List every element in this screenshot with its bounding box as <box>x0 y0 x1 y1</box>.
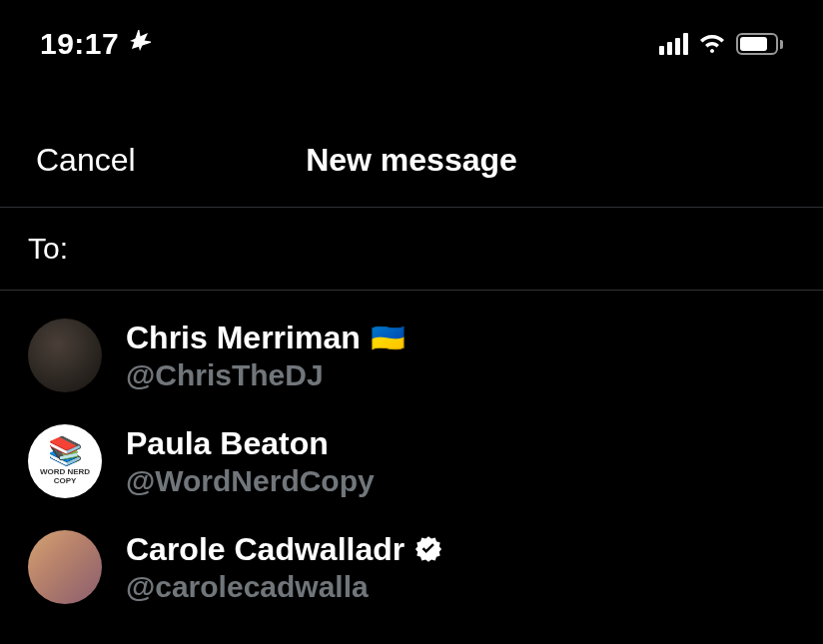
status-time: 19:17 <box>40 27 119 61</box>
avatar: 📚 WORD NERD COPY <box>28 424 102 498</box>
user-name-text: Chris Merriman <box>126 320 361 356</box>
user-suggestion[interactable]: Carole Cadwalladr @carolecadwalla <box>0 514 823 620</box>
user-handle: @ChrisTheDJ <box>126 358 406 392</box>
avatar <box>28 319 102 392</box>
to-label: To: <box>28 232 68 266</box>
cellular-signal-icon <box>659 33 688 55</box>
user-handle: @carolecadwalla <box>126 570 442 604</box>
recipient-input[interactable] <box>80 233 795 265</box>
status-right <box>659 33 783 55</box>
user-info: Paula Beaton @WordNerdCopy <box>126 425 375 498</box>
user-name-text: Carole Cadwalladr <box>126 531 405 568</box>
user-display-name: Paula Beaton <box>126 425 375 462</box>
new-message-modal: Cancel New message To: Chris Merriman 🇺🇦… <box>0 110 823 632</box>
user-suggestion[interactable]: Chris Merriman 🇺🇦 @ChrisTheDJ <box>0 303 823 408</box>
location-icon <box>127 30 151 58</box>
wifi-icon <box>698 33 726 55</box>
avatar-text: WORD NERD COPY <box>28 467 102 485</box>
user-info: Carole Cadwalladr @carolecadwalla <box>126 531 442 604</box>
modal-header: Cancel New message <box>0 110 823 208</box>
suggestion-list: Chris Merriman 🇺🇦 @ChrisTheDJ 📚 WORD NER… <box>0 291 823 632</box>
verified-badge-icon <box>414 535 442 563</box>
cancel-button[interactable]: Cancel <box>36 142 136 179</box>
user-handle: @WordNerdCopy <box>126 464 375 498</box>
status-bar: 19:17 <box>0 0 823 80</box>
avatar <box>28 530 102 604</box>
user-name-text: Paula Beaton <box>126 425 329 462</box>
recipient-row[interactable]: To: <box>0 208 823 291</box>
battery-icon <box>736 33 783 55</box>
user-display-name: Chris Merriman 🇺🇦 <box>126 320 406 356</box>
user-display-name: Carole Cadwalladr <box>126 531 442 568</box>
modal-title: New message <box>306 142 517 179</box>
status-left: 19:17 <box>40 27 151 61</box>
user-info: Chris Merriman 🇺🇦 @ChrisTheDJ <box>126 320 406 392</box>
user-suggestion[interactable]: 📚 WORD NERD COPY Paula Beaton @WordNerdC… <box>0 408 823 514</box>
flag-emoji: 🇺🇦 <box>371 322 406 354</box>
